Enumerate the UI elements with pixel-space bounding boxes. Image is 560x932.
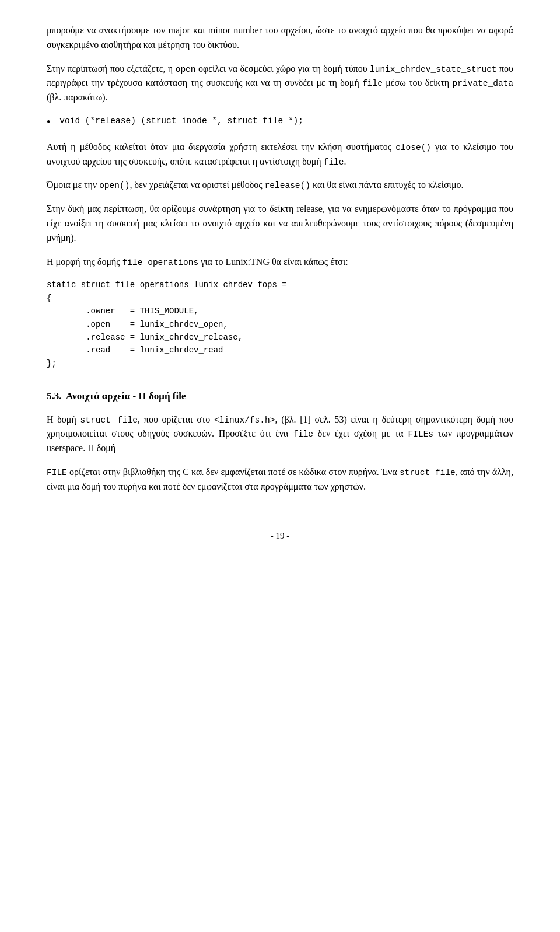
para7-mid3: δεν έχει σχέση με τα xyxy=(313,428,408,438)
para2-end: (βλ. παρακάτω). xyxy=(47,92,108,102)
para7-code4: FILEs xyxy=(408,430,434,439)
para2-mid1: οφείλει να δεσμεύει χώρο για τη δομή τύπ… xyxy=(196,64,370,74)
para7-code2: <linux/fs.h> xyxy=(214,416,275,425)
para7-code3: file xyxy=(293,430,313,439)
paragraph-4: Όμοια με την open(), δεν χρειάζεται να ο… xyxy=(47,178,513,193)
page-footer: - 19 - xyxy=(47,529,513,543)
section-heading-5-3: 5.3. Ανοιχτά αρχεία - Η δομή file xyxy=(47,389,513,404)
para2-code4: private_data xyxy=(453,79,513,88)
para2-start: Στην περίπτωσή που εξετάζετε, η xyxy=(47,64,176,74)
para4-code1: open() xyxy=(99,181,130,190)
para5-text: Στην δική μας περίπτωση, θα ορίζουμε συν… xyxy=(47,204,513,243)
page-content: μπορούμε να ανακτήσουμε τον major και mi… xyxy=(47,23,513,543)
para4-mid1: , δεν χρειάζεται να οριστεί μέθοδος xyxy=(130,180,264,190)
para6-code1: file_operations xyxy=(123,258,199,267)
para2-code3: file xyxy=(362,79,383,88)
para3-start: Αυτή η μέθοδος καλείται όταν μια διεργασ… xyxy=(47,142,396,152)
section-number: 5.3. xyxy=(47,390,62,402)
para3-code1: close() xyxy=(396,143,431,152)
para4-end: και θα είναι πάντα επιτυχές το κλείσιμο. xyxy=(310,180,464,190)
para8-code2: struct file xyxy=(400,468,456,477)
para2-code1: open xyxy=(176,65,196,74)
para3-end: . xyxy=(344,156,346,166)
bullet-code: void (*release) (struct inode *, struct … xyxy=(60,114,513,127)
bullet-dot: • xyxy=(47,114,50,131)
para7-mid1: , που ορίζεται στο xyxy=(138,414,214,424)
para2-code2: lunix_chrdev_state_struct xyxy=(370,65,497,74)
paragraph-3: Αυτή η μέθοδος καλείται όταν μια διεργασ… xyxy=(47,140,513,169)
para7-start: Η δομή xyxy=(47,414,80,424)
code-block-file-operations: static struct file_operations lunix_chrd… xyxy=(47,278,513,370)
paragraph-6: Η μορφή της δομής file_operations για το… xyxy=(47,255,513,270)
para3-code2: file xyxy=(324,158,344,167)
paragraph-7: Η δομή struct file, που ορίζεται στο <li… xyxy=(47,413,513,456)
paragraph-1: μπορούμε να ανακτήσουμε τον major και mi… xyxy=(47,23,513,53)
paragraph-5: Στην δική μας περίπτωση, θα ορίζουμε συν… xyxy=(47,202,513,245)
para8-code1: FILE xyxy=(47,468,67,477)
section-title: Ανοιχτά αρχεία - Η δομή file xyxy=(66,390,186,402)
para1-text: μπορούμε να ανακτήσουμε τον major και mi… xyxy=(47,25,513,50)
para8-mid1: ορίζεται στην βιβλιοθήκη της C και δεν ε… xyxy=(67,467,400,477)
para4-code2: release() xyxy=(265,181,310,190)
para6-start: Η μορφή της δομής xyxy=(47,257,123,267)
para2-mid3: μέσω του δείκτη xyxy=(383,78,453,88)
para7-code1: struct file xyxy=(80,416,138,425)
para6-mid1: για το Lunix:TNG θα είναι κάπως έτσι: xyxy=(198,257,348,267)
footer-page-number: - 19 - xyxy=(271,531,290,540)
paragraph-8: FILE ορίζεται στην βιβλιοθήκη της C και … xyxy=(47,465,513,494)
para4-start: Όμοια με την xyxy=(47,180,99,190)
paragraph-2: Στην περίπτωσή που εξετάζετε, η open οφε… xyxy=(47,62,513,105)
bullet-item: • void (*release) (struct inode *, struc… xyxy=(47,114,513,131)
